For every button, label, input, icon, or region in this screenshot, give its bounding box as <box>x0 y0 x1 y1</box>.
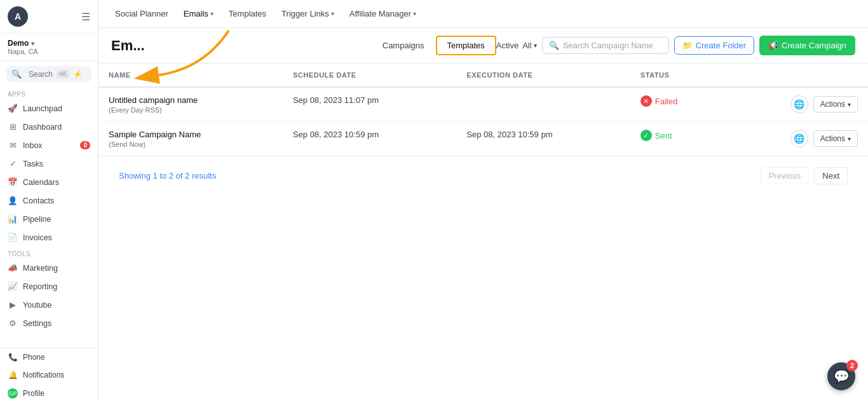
sidebar-item-label: Pipeline <box>23 215 51 224</box>
sidebar-item-phone[interactable]: 📞 Phone <box>0 348 98 366</box>
marketing-icon: 📣 <box>8 263 18 273</box>
chevron-down-icon: ▾ <box>31 40 34 47</box>
search-label: Search <box>29 70 53 79</box>
chevron-down-icon: ▾ <box>848 101 851 108</box>
subheader-right: Active All ▾ 🔍 Search Campaign Name 📁 Cr… <box>496 36 855 55</box>
col-actions <box>724 64 868 87</box>
sidebar-bottom: 📞 Phone 🔔 Notifications GP Profile <box>0 348 98 403</box>
sidebar-item-contacts[interactable]: 👤 Contacts <box>0 191 98 210</box>
invoices-icon: 📄 <box>8 233 18 242</box>
campaign-search[interactable]: 🔍 Search Campaign Name <box>542 37 669 54</box>
user-location: Napa, CA <box>8 48 90 55</box>
chevron-down-icon: ▾ <box>413 10 416 17</box>
chat-bubble[interactable]: 💬 2 <box>827 362 855 390</box>
youtube-icon: ▶ <box>8 300 18 310</box>
cell-execution-date: Sep 08, 2023 10:59 pm <box>456 122 630 156</box>
chevron-down-icon: ▾ <box>331 10 334 17</box>
col-status: STATUS <box>630 64 724 87</box>
pipeline-icon: 📊 <box>8 214 18 224</box>
col-schedule-date: SCHEDULE DATE <box>283 64 456 87</box>
sidebar-item-pipeline[interactable]: 📊 Pipeline <box>0 210 98 228</box>
campaign-name: Sample Campaign Name <box>109 130 273 139</box>
topnav-emails[interactable]: Emails ▾ <box>177 6 220 21</box>
sidebar-item-label: Settings <box>23 319 51 328</box>
sidebar-item-label: Marketing <box>23 264 58 273</box>
create-folder-button[interactable]: 📁 Create Folder <box>674 36 754 55</box>
sidebar-item-reporting[interactable]: 📈 Reporting <box>0 277 98 296</box>
status-dot-failed: ✕ <box>641 95 652 107</box>
search-input[interactable]: 🔍 Search ⌘K ⚡ <box>6 66 92 82</box>
cell-status: ✕ Failed <box>630 87 724 122</box>
sidebar-item-notifications[interactable]: 🔔 Notifications <box>0 366 98 384</box>
sidebar-item-label: Invoices <box>23 233 52 242</box>
tab-templates[interactable]: Templates <box>436 36 496 55</box>
search-icon: 🔍 <box>549 41 559 50</box>
filter-label: Active <box>496 41 519 50</box>
filter-select[interactable]: All ▾ <box>522 41 536 50</box>
sidebar-item-youtube[interactable]: ▶ Youtube <box>0 296 98 314</box>
actions-button[interactable]: Actions ▾ <box>813 96 858 113</box>
dashboard-icon: ⊞ <box>8 122 18 132</box>
sidebar-item-inbox[interactable]: ✉ Inbox 0 <box>0 136 98 154</box>
reporting-icon: 📈 <box>8 282 18 291</box>
folder-icon: 📁 <box>682 41 693 50</box>
campaigns-table-area: NAME SCHEDULE DATE EXECUTION DATE STATUS… <box>98 64 868 403</box>
pagination: Previous Next <box>226 162 858 189</box>
contacts-icon: 👤 <box>8 196 18 205</box>
cell-actions: 🌐 Actions ▾ <box>724 87 868 122</box>
search-icon: 🔍 <box>11 69 25 79</box>
globe-icon[interactable]: 🌐 <box>790 130 808 147</box>
settings-icon: ⚙ <box>8 318 18 328</box>
sidebar-item-label: Inbox <box>23 141 43 150</box>
chevron-down-icon: ▾ <box>534 42 537 49</box>
sidebar: A ☰ Demo ▾ Napa, CA 🔍 Search ⌘K ⚡ Apps 🚀… <box>0 0 98 403</box>
campaigns-table: NAME SCHEDULE DATE EXECUTION DATE STATUS… <box>98 64 868 156</box>
table-header: NAME SCHEDULE DATE EXECUTION DATE STATUS <box>98 64 868 87</box>
sidebar-item-dashboard[interactable]: ⊞ Dashboard <box>0 118 98 136</box>
tab-campaigns[interactable]: Campaigns <box>371 36 436 55</box>
topnav-label: Affiliate Manager <box>349 9 411 18</box>
sidebar-user[interactable]: Demo ▾ Napa, CA <box>0 34 98 61</box>
status-badge: ✕ Failed <box>641 95 714 107</box>
status-dot-sent: ✓ <box>641 130 652 141</box>
actions-button[interactable]: Actions ▾ <box>813 130 858 147</box>
row-actions: 🌐 Actions ▾ <box>735 95 858 113</box>
tasks-icon: ✓ <box>8 159 18 168</box>
chat-icon: 💬 <box>834 369 850 384</box>
topnav-social-planner[interactable]: Social Planner <box>109 6 175 21</box>
sidebar-item-label: Calendars <box>23 178 59 187</box>
create-campaign-button[interactable]: 📢 Create Campaign <box>759 36 855 55</box>
inbox-badge: 0 <box>80 141 90 149</box>
top-navigation: Social Planner Emails ▾ Templates Trigge… <box>98 0 868 28</box>
sidebar-item-calendars[interactable]: 📅 Calendars <box>0 173 98 191</box>
notifications-icon: 🔔 <box>8 371 18 379</box>
apps-label: Apps <box>0 87 98 99</box>
sidebar-item-launchpad[interactable]: 🚀 Launchpad <box>0 99 98 118</box>
table-row: Untitled campaign name (Every Day RSS) S… <box>98 87 868 122</box>
next-button[interactable]: Next <box>814 167 848 184</box>
topnav-affiliate-manager[interactable]: Affiliate Manager ▾ <box>343 6 423 21</box>
topnav-trigger-links[interactable]: Trigger Links ▾ <box>275 6 341 21</box>
main-content: Social Planner Emails ▾ Templates Trigge… <box>98 0 868 403</box>
sidebar-item-label: Dashboard <box>23 123 62 132</box>
hamburger-icon[interactable]: ☰ <box>81 11 90 23</box>
sidebar-item-label: Launchpad <box>23 104 62 113</box>
topnav-label: Social Planner <box>115 9 168 18</box>
showing-results: Showing 1 to 2 of 2 results <box>109 163 226 188</box>
sidebar-item-tasks[interactable]: ✓ Tasks <box>0 154 98 173</box>
inbox-icon: ✉ <box>8 140 18 150</box>
sidebar-item-label: Reporting <box>23 282 57 291</box>
sidebar-item-label: Youtube <box>23 301 51 310</box>
sidebar-item-invoices[interactable]: 📄 Invoices <box>0 228 98 247</box>
filter-value: All <box>522 41 531 50</box>
subheader-tabs: Campaigns Templates <box>371 36 496 55</box>
topnav-templates[interactable]: Templates <box>222 6 273 21</box>
sidebar-item-settings[interactable]: ⚙ Settings <box>0 314 98 332</box>
cell-execution-date <box>456 87 630 122</box>
globe-icon[interactable]: 🌐 <box>790 95 808 113</box>
bolt-icon: ⚡ <box>73 70 86 79</box>
table-body: Untitled campaign name (Every Day RSS) S… <box>98 87 868 156</box>
sidebar-item-profile[interactable]: GP Profile <box>0 384 98 403</box>
previous-button[interactable]: Previous <box>761 167 810 184</box>
sidebar-item-marketing[interactable]: 📣 Marketing <box>0 259 98 277</box>
